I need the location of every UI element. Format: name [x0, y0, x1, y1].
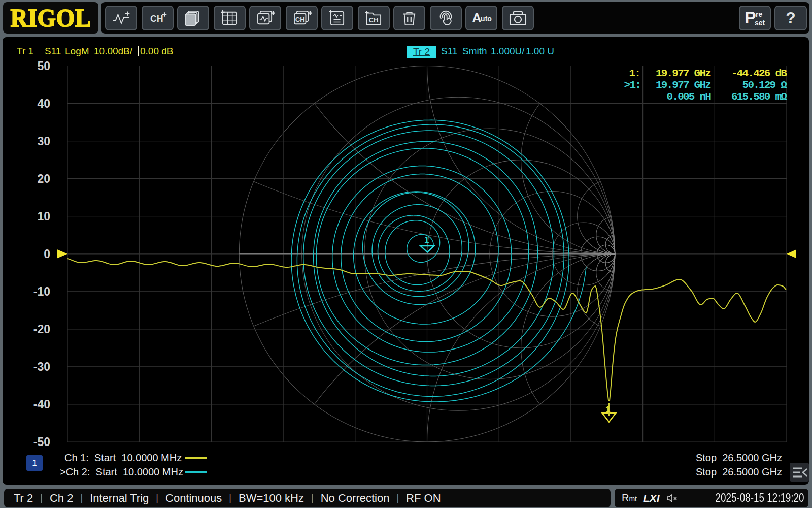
svg-text:1: 1 [605, 405, 610, 415]
svg-text:1: 1 [424, 235, 429, 245]
